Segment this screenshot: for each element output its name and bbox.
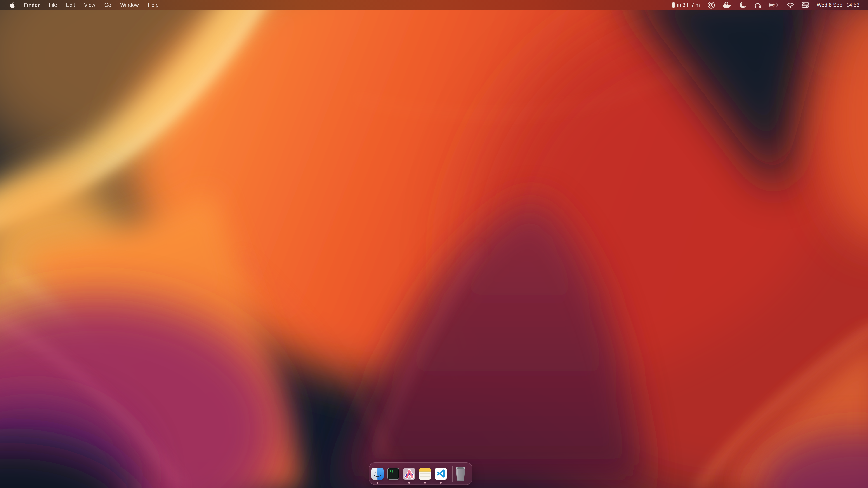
dock-item-notes[interactable] xyxy=(419,468,431,480)
dock-item-terminal[interactable]: $ xyxy=(387,468,399,480)
running-indicator xyxy=(440,482,442,484)
timer-bar-icon xyxy=(673,2,675,8)
letter-a-app-icon xyxy=(403,468,415,480)
apple-logo-icon xyxy=(9,2,15,8)
dock-items: $ xyxy=(369,468,447,480)
dock-item-vscode[interactable] xyxy=(435,468,447,480)
dock: $ xyxy=(369,462,472,485)
running-indicator xyxy=(408,482,410,484)
date-label: Wed 6 Sep xyxy=(817,2,842,8)
terminal-icon: $ xyxy=(387,468,399,480)
1password-icon[interactable] xyxy=(708,1,715,9)
menu-bar-status: in 3 h 7 m xyxy=(673,1,868,9)
battery-charging-icon[interactable] xyxy=(769,1,779,8)
dock-item-trash[interactable] xyxy=(455,466,466,482)
dock-item-finder[interactable] xyxy=(371,468,383,480)
running-indicator xyxy=(424,482,426,484)
menu-bar-left: Finder File Edit View Go Window Help xyxy=(0,2,158,8)
notes-icon xyxy=(419,468,431,480)
finder-icon xyxy=(371,468,383,480)
menu-bar: Finder File Edit View Go Window Help in … xyxy=(0,0,868,10)
active-app-menu[interactable]: Finder xyxy=(24,2,39,8)
menu-go[interactable]: Go xyxy=(104,2,111,8)
desktop: Finder File Edit View Go Window Help in … xyxy=(0,0,868,488)
menu-file[interactable]: File xyxy=(49,2,57,8)
terminal-prompt-text: $ xyxy=(389,469,391,473)
trash-icon xyxy=(455,466,466,482)
dock-separator xyxy=(452,466,453,482)
vscode-icon xyxy=(435,468,447,480)
wifi-icon[interactable] xyxy=(786,1,794,8)
wallpaper xyxy=(0,0,868,488)
timer-countdown-label: in 3 h 7 m xyxy=(677,2,700,8)
menu-view[interactable]: View xyxy=(84,2,95,8)
apple-menu[interactable] xyxy=(9,2,15,8)
timer-status[interactable]: in 3 h 7 m xyxy=(673,2,700,8)
running-indicator xyxy=(377,482,378,484)
menu-bar-clock[interactable]: Wed 6 Sep 14:53 xyxy=(817,2,860,8)
docker-whale-icon[interactable] xyxy=(723,1,731,8)
time-label: 14:53 xyxy=(846,2,860,8)
dock-item-app-a[interactable] xyxy=(403,468,415,480)
control-center-icon[interactable] xyxy=(802,1,809,8)
focus-moon-icon[interactable] xyxy=(739,1,746,8)
menu-help[interactable]: Help xyxy=(148,2,158,8)
menu-edit[interactable]: Edit xyxy=(66,2,75,8)
menu-window[interactable]: Window xyxy=(120,2,139,8)
headphones-icon[interactable] xyxy=(754,1,762,8)
